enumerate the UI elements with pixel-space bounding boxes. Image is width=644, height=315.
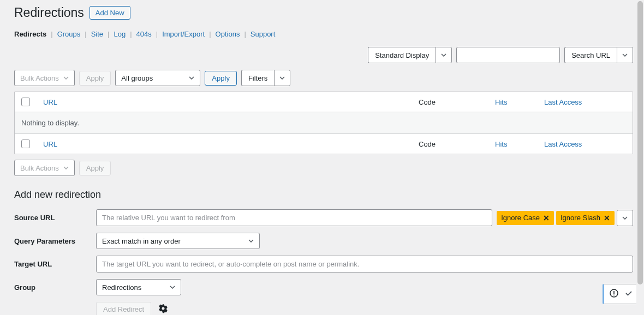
chevron-down-icon	[279, 76, 285, 80]
chevron-down-icon	[441, 53, 446, 57]
col-last-access-footer[interactable]: Last Access	[544, 140, 626, 148]
gear-icon[interactable]	[158, 303, 169, 315]
tab-support[interactable]: Support	[251, 30, 276, 38]
chevron-down-icon	[63, 76, 69, 80]
tab-options[interactable]: Options	[216, 30, 240, 38]
chevron-down-icon	[63, 166, 69, 169]
query-params-value: Exact match in any order	[102, 237, 181, 245]
col-url-footer[interactable]: URL	[43, 140, 419, 148]
chevron-down-icon	[622, 53, 628, 57]
tab-404s[interactable]: 404s	[136, 30, 152, 38]
filters-caret[interactable]	[274, 70, 290, 86]
col-hits[interactable]: Hits	[495, 98, 544, 106]
svg-rect-2	[613, 295, 615, 296]
add-redirect-button[interactable]: Add Redirect	[96, 302, 151, 315]
group-value: Redirections	[102, 283, 141, 292]
chevron-down-icon	[622, 216, 628, 220]
apply-bulk-button-bottom[interactable]: Apply	[79, 161, 111, 175]
tab-site[interactable]: Site	[91, 30, 103, 38]
target-url-input[interactable]	[96, 256, 633, 272]
source-url-input[interactable]	[96, 209, 492, 226]
add-new-button[interactable]: Add New	[90, 6, 130, 20]
tab-redirects[interactable]: Redirects	[14, 30, 46, 38]
col-url[interactable]: URL	[43, 98, 419, 106]
select-all-checkbox[interactable]	[21, 98, 30, 106]
select-all-checkbox-footer[interactable]	[21, 140, 30, 148]
groups-filter-select[interactable]: All groups	[115, 70, 200, 86]
redirects-table: URL Code Hits Last Access Nothing to dis…	[14, 92, 633, 154]
close-icon[interactable]: ✕	[604, 214, 610, 222]
chevron-down-icon	[170, 286, 175, 289]
filters-label: Filters	[241, 70, 274, 86]
close-icon[interactable]: ✕	[543, 214, 550, 222]
tab-nav: Redirects | Groups | Site | Log | 404s |…	[14, 30, 633, 38]
url-options-dropdown[interactable]	[617, 210, 633, 226]
search-url-select[interactable]: Search URL	[564, 47, 633, 63]
group-select[interactable]: Redirections	[96, 279, 181, 295]
apply-bulk-button[interactable]: Apply	[79, 71, 111, 86]
filters-select[interactable]: Filters	[241, 70, 290, 86]
query-params-label: Query Parameters	[14, 237, 96, 245]
status-badge[interactable]	[603, 284, 639, 304]
col-last-access[interactable]: Last Access	[544, 98, 626, 106]
page-title: Redirections	[14, 5, 84, 20]
bulk-actions-select-bottom[interactable]: Bulk Actions	[14, 160, 75, 176]
ignore-case-tag[interactable]: Ignore Case ✕	[497, 211, 554, 225]
source-url-label: Source URL	[14, 214, 96, 222]
display-mode-label: Standard Display	[368, 47, 436, 63]
add-new-section-title: Add new redirection	[14, 189, 633, 201]
check-icon	[625, 289, 633, 299]
query-params-select[interactable]: Exact match in any order	[96, 233, 260, 249]
filter-input[interactable]	[456, 47, 560, 63]
display-mode-caret[interactable]	[436, 47, 452, 63]
scrollbar[interactable]	[636, 0, 644, 315]
alert-icon	[610, 289, 618, 299]
col-code: Code	[419, 98, 495, 106]
target-url-label: Target URL	[14, 260, 96, 268]
ignore-slash-tag[interactable]: Ignore Slash ✕	[556, 211, 615, 225]
apply-filter-button[interactable]: Apply	[205, 71, 237, 86]
col-code-footer: Code	[419, 140, 495, 148]
tab-groups[interactable]: Groups	[57, 30, 81, 38]
chevron-down-icon	[248, 239, 254, 243]
search-url-caret[interactable]	[617, 47, 633, 63]
search-url-label: Search URL	[564, 47, 617, 63]
groups-filter-label: All groups	[121, 74, 153, 82]
bulk-actions-select[interactable]: Bulk Actions	[14, 70, 75, 86]
empty-row: Nothing to display.	[15, 112, 633, 134]
bulk-actions-label: Bulk Actions	[20, 74, 59, 82]
svg-rect-1	[613, 291, 615, 294]
col-hits-footer[interactable]: Hits	[495, 140, 544, 148]
tab-import-export[interactable]: Import/Export	[162, 30, 205, 38]
display-mode-select[interactable]: Standard Display	[368, 47, 452, 63]
tab-log[interactable]: Log	[114, 30, 126, 38]
chevron-down-icon	[189, 76, 194, 80]
bulk-actions-label-bottom: Bulk Actions	[20, 164, 59, 172]
scrollbar-thumb[interactable]	[637, 1, 643, 284]
group-label: Group	[14, 283, 96, 292]
